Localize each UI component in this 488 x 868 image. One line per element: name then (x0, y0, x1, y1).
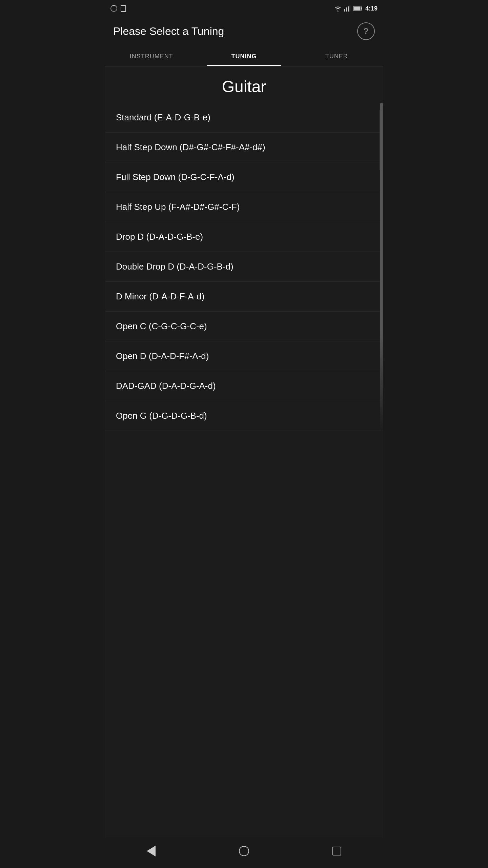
tab-tuner[interactable]: TUNER (290, 47, 383, 66)
tuning-item[interactable]: Open C (C-G-C-G-C-e) (105, 312, 383, 341)
tuning-item[interactable]: D Minor (D-A-D-F-A-d) (105, 282, 383, 312)
nav-home-button[interactable] (232, 843, 256, 860)
main-content: Guitar Standard (E-A-D-G-B-e)Half Step D… (105, 66, 383, 837)
svg-rect-1 (346, 7, 347, 12)
nav-bar (105, 837, 383, 868)
wifi-icon (334, 5, 342, 12)
svg-rect-0 (344, 9, 345, 12)
tab-bar: INSTRUMENT TUNING TUNER (105, 47, 383, 66)
tab-tuning[interactable]: TUNING (198, 47, 290, 66)
tuning-list: Standard (E-A-D-G-B-e)Half Step Down (D#… (105, 103, 383, 431)
battery-icon (353, 6, 363, 11)
tuning-item[interactable]: Standard (E-A-D-G-B-e) (105, 103, 383, 133)
signal-icon (344, 5, 350, 12)
tuning-item[interactable]: Open G (D-G-D-G-B-d) (105, 401, 383, 431)
recent-icon (332, 847, 341, 855)
home-icon (239, 846, 249, 856)
nav-back-button[interactable] (140, 842, 162, 860)
svg-rect-5 (361, 7, 362, 9)
instrument-title: Guitar (105, 66, 383, 103)
page-title: Please Select a Tuning (113, 25, 224, 38)
nav-recent-button[interactable] (326, 843, 348, 859)
spinner-icon (110, 5, 117, 12)
svg-rect-3 (349, 5, 350, 12)
status-bar: 4:19 (105, 0, 383, 17)
svg-rect-6 (353, 7, 360, 11)
tuning-item[interactable]: Drop D (D-A-D-G-B-e) (105, 222, 383, 252)
tuning-item[interactable]: Half Step Down (D#-G#-C#-F#-A#-d#) (105, 133, 383, 162)
scroll-track (380, 110, 382, 171)
sdcard-icon (120, 5, 127, 12)
tuning-item[interactable]: DAD-GAD (D-A-D-G-A-d) (105, 371, 383, 401)
tab-instrument[interactable]: INSTRUMENT (105, 47, 198, 66)
tuning-item[interactable]: Open D (D-A-D-F#-A-d) (105, 341, 383, 371)
help-icon: ? (363, 26, 369, 37)
header: Please Select a Tuning ? (105, 17, 383, 47)
status-bar-left-icons (110, 5, 127, 12)
tuning-item[interactable]: Half Step Up (F-A#-D#-G#-C-F) (105, 192, 383, 222)
status-time: 4:19 (365, 5, 378, 12)
tuning-list-container: Standard (E-A-D-G-B-e)Half Step Down (D#… (105, 103, 383, 431)
svg-rect-2 (348, 6, 349, 12)
help-button[interactable]: ? (357, 22, 375, 40)
back-icon (147, 846, 156, 856)
tuning-item[interactable]: Double Drop D (D-A-D-G-B-d) (105, 252, 383, 282)
tuning-item[interactable]: Full Step Down (D-G-C-F-A-d) (105, 162, 383, 192)
status-bar-right-icons: 4:19 (334, 5, 378, 12)
